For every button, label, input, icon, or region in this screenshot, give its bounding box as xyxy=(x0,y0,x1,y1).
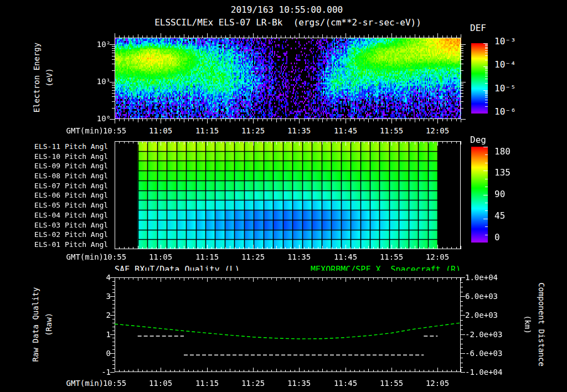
colorbar-title-def: DEF xyxy=(470,23,486,33)
time-tick: 11:45 xyxy=(334,378,357,388)
time-tick: 11:35 xyxy=(287,378,311,388)
def-colorbar-tick: 10⁻⁵ xyxy=(494,84,516,94)
time-tick: 12:05 xyxy=(426,378,449,388)
deg-colorbar xyxy=(471,147,488,243)
distance-ytick-right: 6.0e+03 xyxy=(465,291,498,301)
pitch-row-label: ELS-05 Pitch Angle xyxy=(34,200,112,210)
time-tick: 11:05 xyxy=(149,252,172,262)
quality-distance-canvas xyxy=(108,271,467,379)
deg-colorbar-tick: 135 xyxy=(494,168,511,178)
quality-ytick-left: 2 xyxy=(106,310,111,320)
distance-ytick-right: -6.0e+03 xyxy=(465,348,502,358)
time-tick: 11:55 xyxy=(380,378,403,388)
def-colorbar-tick: 10⁻³ xyxy=(494,37,516,47)
spectrogram-ytick: 10¹ xyxy=(97,76,111,86)
pitch-row-label: ELS-01 Pitch Angle xyxy=(34,240,112,250)
pitch-angle-canvas xyxy=(108,135,467,256)
colorbar-title-deg: Deg xyxy=(470,135,486,145)
header-plot-title: ELSSCIL/MEx ELS-07 LR-Bk (ergs/(cm**2-sr… xyxy=(154,17,421,28)
spectrogram-ytick: 10² xyxy=(97,39,111,49)
quality-ytick-left: 0 xyxy=(106,348,111,358)
plot-screen: 2019/163 10:55:00.000 ELSSCIL/MEx ELS-07… xyxy=(0,0,567,392)
pitch-row-label: ELS-06 Pitch Angle xyxy=(34,190,112,200)
pitch-row-label: ELS-11 Pitch Angle xyxy=(34,142,112,152)
deg-colorbar-tick: 90 xyxy=(494,189,505,199)
gmt-axis-label: GMT(min) xyxy=(66,126,104,136)
distance-ytick-right: 1.0e+04 xyxy=(465,272,498,282)
def-colorbar-tick: 10⁻⁴ xyxy=(494,60,516,70)
quality-ytick-left: 3 xyxy=(106,291,111,301)
spectrogram-ytick: 10⁰ xyxy=(97,114,111,123)
quality-ytick-left: -1 xyxy=(101,367,111,377)
quality-ylabel-left-unit: (Raw) xyxy=(44,313,53,336)
deg-colorbar-tick: 0 xyxy=(494,233,500,243)
time-tick: 11:25 xyxy=(241,252,265,262)
time-tick: 10:55 xyxy=(103,378,126,388)
time-tick: 11:05 xyxy=(149,378,172,388)
gmt-axis-label: GMT(min) xyxy=(66,252,104,262)
quality-ylabel-left: Raw Data Quality xyxy=(31,287,40,362)
time-tick: 11:45 xyxy=(334,252,357,262)
time-tick: 11:15 xyxy=(195,252,219,262)
distance-ytick-right: 2.0e+03 xyxy=(465,310,498,320)
deg-colorbar-tick: 180 xyxy=(494,147,511,157)
quality-ytick-left: 4 xyxy=(106,272,111,282)
deg-colorbar-tick: 45 xyxy=(494,211,505,221)
distance-ylabel-right-unit: (km) xyxy=(523,315,532,334)
time-tick: 10:55 xyxy=(103,252,126,262)
def-colorbar-tick: 10⁻⁶ xyxy=(494,107,516,117)
spectrogram-ylabel-unit: (eV) xyxy=(45,68,54,87)
distance-ytick-right: -1.0e+04 xyxy=(465,367,502,377)
pitch-row-label: ELS-03 Pitch Angle xyxy=(34,220,112,230)
time-tick: 11:35 xyxy=(287,252,311,262)
pitch-row-label: ELS-10 Pitch Angle xyxy=(34,152,112,162)
def-colorbar xyxy=(471,43,488,114)
pitch-row-label: ELS-09 Pitch Angle xyxy=(34,161,112,171)
quality-ytick-left: 1 xyxy=(106,329,111,339)
distance-ylabel-right: Component Distance xyxy=(537,282,546,367)
pitch-row-label: ELS-04 Pitch Angle xyxy=(34,210,112,220)
time-tick: 12:05 xyxy=(426,252,449,262)
spectrogram-ylabel: Electron Energy xyxy=(32,43,41,112)
time-tick: 11:15 xyxy=(195,378,219,388)
time-tick: 11:55 xyxy=(380,252,403,262)
pitch-row-label: ELS-07 Pitch Angle xyxy=(34,181,112,191)
spectrogram-canvas xyxy=(108,31,467,126)
time-tick: 11:25 xyxy=(241,378,265,388)
distance-ytick-right: -2.0e+03 xyxy=(465,329,502,339)
gmt-axis-label: GMT(min) xyxy=(66,378,104,388)
pitch-row-label: ELS-02 Pitch Angle xyxy=(34,230,112,240)
header-datetime: 2019/163 10:55:00.000 xyxy=(231,4,343,16)
pitch-row-label: ELS-08 Pitch Angle xyxy=(34,171,112,181)
